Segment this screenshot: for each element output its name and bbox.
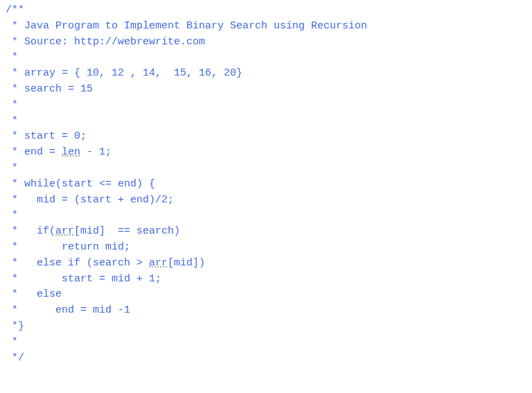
code-line: * start = mid + 1; [6,273,161,285]
code-line: * if(arr[mid] == search) [6,225,180,237]
code-line: * end = len - 1; [6,146,112,158]
typo-arr-1: arr [55,225,74,237]
code-line: *} [6,320,24,332]
code-line: */ [6,352,24,364]
code-line: * [6,51,18,63]
code-line: * [6,99,18,111]
code-line: * Source: http://webrewrite.com [6,36,205,48]
code-line: * Java Program to Implement Binary Searc… [6,20,367,32]
code-line: * [6,115,18,127]
code-line: * [6,209,18,221]
code-block: /** * Java Program to Implement Binary S… [6,3,526,366]
code-line: * else [6,288,62,300]
code-line: * return mid; [6,241,130,253]
code-line: * while(start <= end) { [6,178,155,190]
code-line: * array = { 10, 12 , 14, 15, 16, 20} [6,67,242,79]
code-line: * mid = (start + end)/2; [6,194,174,206]
code-line: * end = mid -1 [6,304,130,316]
code-line: * [6,336,18,348]
code-line: * [6,162,18,174]
typo-arr-2: arr [149,257,168,269]
typo-len: len [62,146,80,158]
code-line: * search = 15 [6,83,93,95]
code-line: /** [6,4,24,16]
code-line: * else if (search > arr[mid]) [6,257,205,269]
code-line: * start = 0; [6,130,87,142]
